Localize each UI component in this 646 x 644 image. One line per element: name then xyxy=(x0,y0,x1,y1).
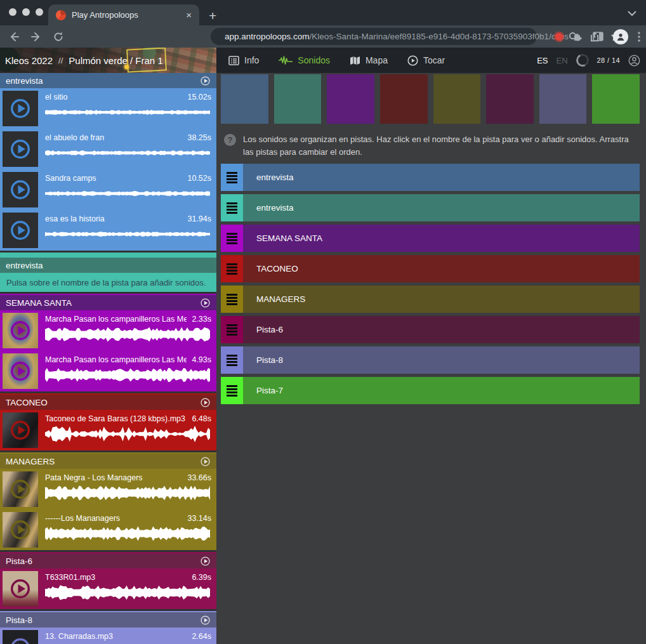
window-minimize-button[interactable] xyxy=(22,8,30,16)
audio-clip[interactable]: Taconeo de Sara Baras (128 kbps).mp36.48… xyxy=(0,410,216,450)
track-name-button[interactable]: SEMANA SANTA xyxy=(243,225,640,252)
track-name-button[interactable]: Pista-6 xyxy=(243,316,640,343)
clip-waveform xyxy=(45,485,211,501)
track-row[interactable]: Pista-6 xyxy=(221,316,640,343)
account-icon[interactable] xyxy=(628,55,640,67)
clip-waveform xyxy=(45,426,211,442)
reload-button[interactable] xyxy=(53,31,64,43)
browser-profile-avatar[interactable] xyxy=(613,29,628,44)
track-name-button[interactable]: entrevista xyxy=(243,194,640,221)
play-clip-button[interactable] xyxy=(9,97,32,120)
track-header[interactable]: Pista-6 xyxy=(0,553,216,568)
drag-handle-bars-icon xyxy=(227,355,237,357)
track-drag-handle[interactable] xyxy=(221,164,243,191)
track-name-button[interactable]: MANAGERS xyxy=(243,286,640,313)
track-name-button[interactable]: Pista-8 xyxy=(243,346,640,374)
play-clip-button[interactable] xyxy=(9,178,32,201)
window-zoom-button[interactable] xyxy=(36,8,43,16)
lang-es-button[interactable]: ES xyxy=(537,56,548,65)
new-tab-button[interactable]: + xyxy=(209,9,216,22)
play-clip-button[interactable] xyxy=(9,518,32,541)
track-name-button[interactable]: TACONEO xyxy=(243,255,640,282)
audio-clip[interactable]: T633R01.mp36.39s xyxy=(0,568,216,609)
nav-sonidos[interactable]: Sonidos xyxy=(279,55,330,65)
back-button[interactable] xyxy=(8,31,20,43)
audio-clip[interactable]: esa es la historia31.94s xyxy=(0,210,216,251)
play-track-icon[interactable] xyxy=(200,298,211,308)
play-clip-button[interactable] xyxy=(9,360,32,383)
clip-duration: 15.02s xyxy=(187,93,211,102)
track-row[interactable]: SEMANA SANTA xyxy=(221,225,640,252)
track-drag-handle[interactable] xyxy=(221,377,243,404)
forward-button[interactable] xyxy=(30,31,42,43)
track-header-name: MANAGERS xyxy=(6,457,200,466)
window-close-button[interactable] xyxy=(9,8,16,16)
track-name-label: entrevista xyxy=(256,203,294,213)
play-clip-button[interactable] xyxy=(9,219,32,242)
track-drag-handle[interactable] xyxy=(221,316,243,343)
track-drag-handle[interactable] xyxy=(221,225,243,252)
drag-handle-bars-icon xyxy=(227,294,237,296)
play-clip-button[interactable] xyxy=(9,478,32,501)
browser-menu-icon[interactable] xyxy=(638,32,640,42)
play-track-icon[interactable] xyxy=(200,76,211,86)
help-icon: ? xyxy=(224,134,236,146)
audio-clip[interactable]: Marcha Pasan los campanilleros Las Mejor… xyxy=(0,351,216,391)
play-clip-button[interactable] xyxy=(9,419,32,442)
play-track-icon[interactable] xyxy=(200,456,211,467)
track-row[interactable]: Pista-7 xyxy=(221,377,640,404)
track-header[interactable]: Pista-8 xyxy=(0,612,216,628)
audio-clip[interactable]: Pata Negra - Los Managers33.66s xyxy=(0,469,216,509)
extensions-puzzle-icon[interactable] xyxy=(572,31,583,42)
track-row[interactable]: TACONEO xyxy=(221,255,640,282)
drag-handle-bars-icon xyxy=(227,391,237,393)
nav-mapa[interactable]: Mapa xyxy=(350,55,388,65)
play-clip-button[interactable] xyxy=(9,636,32,644)
track-drag-handle[interactable] xyxy=(221,255,243,282)
play-track-icon[interactable] xyxy=(200,397,211,408)
play-clip-button[interactable] xyxy=(9,319,32,342)
track-drag-handle[interactable] xyxy=(221,286,243,313)
track-header[interactable]: entrevista xyxy=(0,73,216,88)
clip-waveform xyxy=(45,584,211,601)
url-text: app.antropoloops.com/Kleos-Santa-Marina/… xyxy=(225,32,569,41)
audio-clip[interactable]: el abuelo de fran38.25s xyxy=(0,129,216,169)
track-name-button[interactable]: Pista-7 xyxy=(243,377,640,404)
nav-tocar[interactable]: Tocar xyxy=(407,55,445,66)
play-clip-button[interactable] xyxy=(9,577,32,600)
track-header[interactable]: TACONEO xyxy=(0,395,216,410)
audio-clip[interactable]: ------Los Mananagers33.14s xyxy=(0,509,216,550)
drag-handle-bars-icon xyxy=(227,334,237,336)
audio-clip[interactable]: Sandra camps10.52s xyxy=(0,169,216,210)
track-row[interactable]: MANAGERS xyxy=(221,286,640,313)
lang-en-button[interactable]: EN xyxy=(556,56,567,65)
track-row[interactable]: Pista-8 xyxy=(221,346,640,374)
play-clip-button[interactable] xyxy=(9,138,32,161)
url-bar[interactable]: app.antropoloops.com/Kleos-Santa-Marina/… xyxy=(211,28,537,45)
clip-duration: 6.39s xyxy=(192,573,211,582)
side-panel-icon[interactable] xyxy=(593,32,603,41)
browser-tab[interactable]: Play Antropoloops × xyxy=(48,4,199,25)
track-drag-handle[interactable] xyxy=(221,346,243,374)
tab-close-icon[interactable]: × xyxy=(186,10,192,20)
drag-handle-bars-icon xyxy=(227,364,237,366)
tab-search-chevron-icon[interactable] xyxy=(628,11,636,16)
play-track-icon[interactable] xyxy=(200,556,211,567)
track-row[interactable]: entrevista xyxy=(221,164,640,191)
audio-clip[interactable]: Marcha Pasan los campanilleros Las Mejor… xyxy=(0,310,216,351)
play-track-icon[interactable] xyxy=(200,615,211,626)
track-header[interactable]: MANAGERS xyxy=(0,454,216,469)
drag-handle-bars-icon xyxy=(227,172,237,174)
browser-tab-strip: Play Antropoloops × + xyxy=(0,0,646,25)
track-header[interactable]: entrevista xyxy=(0,258,216,273)
recording-indicator-icon[interactable] xyxy=(555,33,563,41)
track-row[interactable]: entrevista xyxy=(221,194,640,221)
track-name-button[interactable]: entrevista xyxy=(243,164,640,191)
track-name-label: entrevista xyxy=(256,173,294,182)
track-color-strip xyxy=(221,74,640,124)
nav-info[interactable]: Info xyxy=(228,55,259,65)
track-header[interactable]: SEMANA SANTA xyxy=(0,295,216,310)
audio-clip[interactable]: 13. Charradas.mp32.64s xyxy=(0,628,216,644)
audio-clip[interactable]: el sitio15.02s xyxy=(0,88,216,129)
track-drag-handle[interactable] xyxy=(221,194,243,221)
